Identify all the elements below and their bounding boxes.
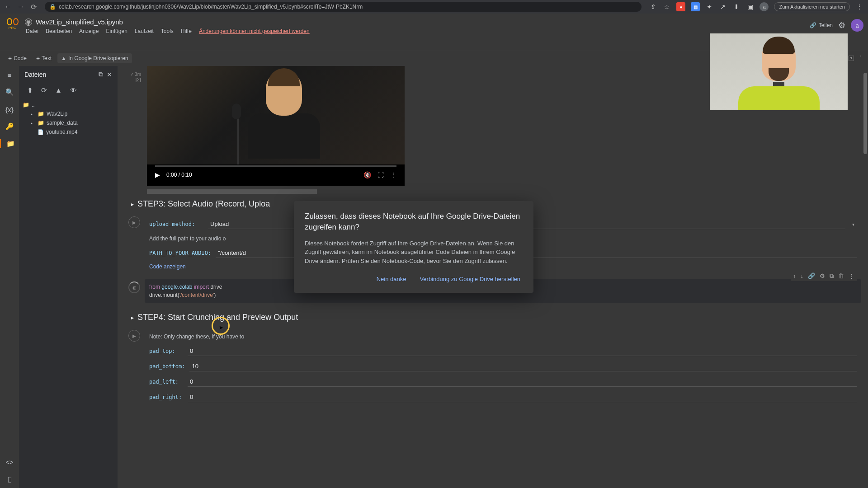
horizontal-scrollbar[interactable] xyxy=(147,189,317,194)
toggle-hidden-icon[interactable]: 👁 xyxy=(70,86,77,94)
menu-runtime[interactable]: Laufzeit xyxy=(135,28,154,34)
collapse-icon[interactable]: ˆ xyxy=(858,54,863,62)
new-tab-icon[interactable]: ↗ xyxy=(719,3,727,11)
file-icon: 📄 xyxy=(38,129,44,135)
menu-help[interactable]: Hilfe xyxy=(181,28,192,34)
audio-path-label: PATH_TO_YOUR_AUDIO: xyxy=(149,250,211,256)
scrollbar[interactable] xyxy=(863,73,867,154)
step4-note: Note: Only change these, if you have to xyxy=(149,330,857,343)
forward-button[interactable]: → xyxy=(17,3,24,10)
menu-edit[interactable]: Bearbeiten xyxy=(46,28,72,34)
folder-icon: 📁 xyxy=(38,111,44,117)
move-down-icon[interactable]: ↓ xyxy=(801,272,804,280)
more-icon[interactable]: ⋮ xyxy=(390,171,396,178)
cell-settings-icon[interactable]: ⚙ xyxy=(820,272,825,280)
tree-folder-sample[interactable]: ▸ 📁 sample_data xyxy=(23,118,114,127)
bookmark-icon[interactable]: ☆ xyxy=(663,3,671,11)
tree-parent[interactable]: 📁 .. xyxy=(23,100,114,109)
pad-top-input[interactable]: 0 xyxy=(188,346,857,356)
colab-avatar[interactable]: a xyxy=(851,19,863,32)
add-code-button[interactable]: + Code xyxy=(5,53,30,64)
modal-title: Zulassen, dass dieses Notebook auf Ihre … xyxy=(305,211,523,233)
caret-icon: ▸ xyxy=(31,112,35,116)
upload-icon[interactable]: ⬆ xyxy=(27,86,33,94)
notebook-title[interactable]: Wav2Lip_simplified_v5.ipynb xyxy=(36,18,123,26)
tree-file-video[interactable]: 📄 youtube.mp4 xyxy=(23,127,114,136)
panel-title: Dateien xyxy=(24,71,95,78)
run-button-loading[interactable]: ◐ xyxy=(128,282,140,293)
drive-permission-modal: Zulassen, dass dieses Notebook auf Ihre … xyxy=(294,201,533,293)
logo-pro-label: PRO xyxy=(9,26,16,30)
plus-icon: + xyxy=(36,55,40,62)
toc-icon[interactable]: ≡ xyxy=(5,70,14,80)
run-button[interactable]: ▶ xyxy=(128,330,140,342)
pad-bottom-input[interactable]: 10 xyxy=(189,361,857,371)
menu-view[interactable]: Anzeige xyxy=(79,28,99,34)
copy-to-drive-button[interactable]: ▲ In Google Drive kopieren xyxy=(57,53,132,63)
files-icon[interactable]: 📁 xyxy=(0,139,19,148)
step4-header[interactable]: ▸ STEP4: Start Crunching and Preview Out… xyxy=(122,307,861,328)
refresh-icon[interactable]: ⟳ xyxy=(41,86,47,94)
chrome-toolbar-icons: ⇪ ☆ ● ▦ ✦ ↗ ⬇ ▣ a Zum Aktualisieren neu … xyxy=(649,2,863,11)
webcam-overlay xyxy=(710,33,848,110)
volume-icon[interactable]: 🔇 xyxy=(363,171,371,178)
save-warning[interactable]: Änderungen können nicht gespeichert werd… xyxy=(199,28,310,34)
files-panel: Dateien ⧉ ✕ ⬆ ⟳ ▲ 👁 📁 .. ▸ 📁 Wav2Lip ▸ 📁 xyxy=(19,66,118,488)
modal-yes-button[interactable]: Verbindung zu Google Drive herstellen xyxy=(417,273,523,285)
run-button[interactable]: ▶ xyxy=(128,216,140,228)
extension-icon-2[interactable]: ▦ xyxy=(691,2,700,11)
close-panel-icon[interactable]: ✕ xyxy=(107,71,112,78)
github-icon xyxy=(25,19,32,26)
menu-tools[interactable]: Tools xyxy=(161,28,174,34)
cell-more-icon[interactable]: ⋮ xyxy=(849,272,854,280)
extension-icon-1[interactable]: ● xyxy=(676,2,685,11)
vars-icon[interactable]: {x} xyxy=(5,105,14,114)
pad-bottom-label: pad_bottom: xyxy=(149,363,185,370)
code-snippets-icon[interactable]: <> xyxy=(5,457,14,466)
menu-icon[interactable]: ⋮ xyxy=(855,3,863,11)
delete-cell-icon[interactable]: 🗑 xyxy=(838,272,844,280)
panel-icon[interactable]: ▣ xyxy=(746,3,754,11)
move-up-icon[interactable]: ↑ xyxy=(793,272,796,280)
menu-file[interactable]: Datei xyxy=(26,28,38,34)
download-icon[interactable]: ⬇ xyxy=(732,3,741,11)
file-tree: 📁 .. ▸ 📁 Wav2Lip ▸ 📁 sample_data 📄 youtu… xyxy=(19,98,118,139)
left-sidebar: ≡ 🔍 {x} 🔑 📁 <> ⌷ xyxy=(0,66,19,488)
url-bar[interactable]: 🔒 colab.research.google.com/github/justi… xyxy=(45,2,642,12)
reload-button[interactable]: ⟳ xyxy=(30,3,37,10)
extensions-icon[interactable]: ✦ xyxy=(705,3,713,11)
add-text-button[interactable]: + Text xyxy=(33,53,55,64)
browser-avatar[interactable]: a xyxy=(760,2,769,11)
share-page-icon[interactable]: ⇪ xyxy=(649,3,657,11)
link-icon: 🔗 xyxy=(810,22,816,28)
colab-logo[interactable]: PRO xyxy=(5,18,20,34)
tree-folder-wav2lip[interactable]: ▸ 📁 Wav2Lip xyxy=(23,109,114,118)
folder-icon: 📁 xyxy=(38,120,44,126)
link-cell-icon[interactable]: 🔗 xyxy=(808,272,815,280)
toolbar-dropdown[interactable]: ▾ xyxy=(849,56,854,61)
caret-icon: ▸ xyxy=(31,121,35,125)
pad-top-label: pad_top: xyxy=(149,348,183,354)
fullscreen-icon[interactable]: ⛶ xyxy=(377,171,384,178)
update-button[interactable]: Zum Aktualisieren neu starten xyxy=(774,2,850,11)
menu-insert[interactable]: Einfügen xyxy=(106,28,127,34)
pad-right-input[interactable]: 0 xyxy=(188,392,857,402)
video-player[interactable]: ▶ 0:00 / 0:10 🔇 ⛶ ⋮ xyxy=(147,66,405,186)
share-button[interactable]: 🔗 Teilen xyxy=(810,22,833,28)
mirror-cell-icon[interactable]: ⧉ xyxy=(830,272,834,280)
step4-form-cell: ▶ Note: Only change these, if you have t… xyxy=(122,328,861,407)
modal-body: Dieses Notebook fordert Zugriff auf Ihre… xyxy=(305,239,523,266)
search-icon[interactable]: 🔍 xyxy=(5,88,14,97)
chevron-down-icon: ▾ xyxy=(850,221,857,228)
secrets-icon[interactable]: 🔑 xyxy=(5,122,14,131)
mount-drive-icon[interactable]: ▲ xyxy=(55,86,62,94)
back-button[interactable]: ← xyxy=(5,3,12,10)
pad-left-label: pad_left: xyxy=(149,379,183,385)
pad-left-input[interactable]: 0 xyxy=(188,377,857,387)
new-window-icon[interactable]: ⧉ xyxy=(99,70,103,78)
modal-no-button[interactable]: Nein danke xyxy=(374,273,409,285)
settings-icon[interactable]: ⚙ xyxy=(838,20,845,30)
play-icon[interactable]: ▶ xyxy=(155,171,160,178)
caret-icon: ▸ xyxy=(131,314,134,321)
terminal-icon[interactable]: ⌷ xyxy=(5,474,14,483)
